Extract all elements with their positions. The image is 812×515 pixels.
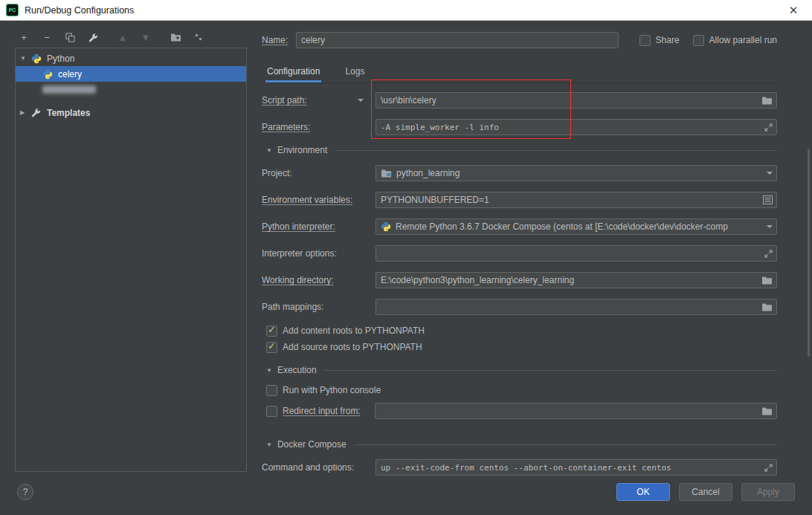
close-icon[interactable]: ✕ bbox=[781, 0, 806, 21]
section-label: Docker Compose bbox=[277, 439, 347, 450]
path-mappings-input[interactable] bbox=[376, 299, 777, 315]
name-input[interactable]: celery bbox=[296, 32, 619, 48]
run-with-console-row: Run with Python console bbox=[266, 384, 777, 396]
project-row: Project: python_learning bbox=[262, 164, 777, 182]
add-config-button[interactable]: + bbox=[18, 31, 30, 43]
parameters-input[interactable]: -A simple_worker -l info bbox=[376, 119, 777, 135]
tree-item-redacted[interactable] bbox=[16, 82, 246, 97]
folder-icon[interactable] bbox=[761, 302, 773, 312]
collapse-icon[interactable]: ▼ bbox=[266, 367, 272, 374]
remove-config-button[interactable]: − bbox=[41, 31, 53, 43]
sort-configs-icon[interactable] bbox=[193, 31, 204, 43]
name-label: Name: bbox=[262, 35, 296, 45]
redirect-input-row: Redirect input from: bbox=[266, 402, 777, 420]
divider bbox=[354, 444, 777, 445]
tree-group-python[interactable]: ▼ Python bbox=[16, 51, 246, 66]
python-interpreter-label: Python interpreter: bbox=[262, 221, 376, 232]
add-source-roots-checkbox[interactable]: ✓ bbox=[266, 342, 277, 353]
new-folder-icon[interactable] bbox=[170, 31, 181, 43]
command-options-row: Command and options: up --exit-code-from… bbox=[262, 459, 777, 476]
run-with-console-label: Run with Python console bbox=[283, 385, 381, 395]
share-checkbox[interactable] bbox=[639, 35, 651, 46]
edit-templates-wrench-icon[interactable] bbox=[87, 31, 99, 43]
interpreter-options-label: Interpreter options: bbox=[262, 248, 376, 259]
share-label: Share bbox=[656, 35, 680, 45]
section-environment[interactable]: ▼ Environment bbox=[262, 145, 777, 155]
collapse-icon[interactable]: ▼ bbox=[266, 147, 272, 154]
checkmark-icon: ✓ bbox=[268, 324, 276, 335]
config-editor: Name: celery Share Allow parallel run Co… bbox=[262, 31, 777, 485]
section-label: Environment bbox=[277, 145, 327, 155]
ok-button[interactable]: OK bbox=[616, 483, 670, 501]
redacted-label bbox=[42, 85, 96, 94]
browse-variables-icon[interactable] bbox=[763, 195, 773, 204]
wrench-icon bbox=[31, 107, 43, 119]
cancel-button[interactable]: Cancel bbox=[679, 483, 732, 501]
add-content-roots-checkbox[interactable]: ✓ bbox=[266, 325, 277, 337]
project-label: Project: bbox=[262, 168, 376, 178]
section-execution[interactable]: ▼ Execution bbox=[262, 365, 777, 375]
allow-parallel-checkbox[interactable] bbox=[693, 35, 704, 46]
chevron-right-icon[interactable]: ▶ bbox=[20, 109, 31, 116]
working-directory-label: Working directory: bbox=[262, 275, 376, 285]
redirect-input-label: Redirect input from: bbox=[283, 406, 375, 416]
configs-toolbar: + − ▲ ▼ bbox=[18, 30, 204, 45]
project-icon bbox=[381, 169, 392, 178]
python-icon bbox=[31, 53, 43, 65]
tab-logs[interactable]: Logs bbox=[344, 63, 366, 82]
path-mappings-row: Path mappings: bbox=[262, 298, 777, 316]
apply-button[interactable]: Apply bbox=[741, 483, 795, 501]
working-directory-input[interactable]: E:\code\python3\python_learning\celery_l… bbox=[376, 272, 777, 288]
working-directory-row: Working directory: E:\code\python3\pytho… bbox=[262, 271, 777, 289]
scrollbar[interactable] bbox=[808, 149, 810, 357]
copy-config-icon[interactable] bbox=[64, 31, 76, 43]
tree-item-celery[interactable]: celery bbox=[16, 66, 246, 82]
section-docker-compose[interactable]: ▼ Docker Compose bbox=[262, 439, 777, 450]
add-content-roots-row: ✓ Add content roots to PYTHONPATH bbox=[266, 325, 777, 337]
divider bbox=[335, 150, 777, 151]
titlebar: PC Run/Debug Configurations ✕ bbox=[0, 0, 812, 21]
configuration-form: Script path: \usr\bin\celery Parameters:… bbox=[262, 91, 777, 476]
project-dropdown[interactable]: python_learning bbox=[376, 165, 777, 181]
tree-group-templates[interactable]: ▶ Templates bbox=[16, 105, 246, 120]
tree-group-label: Templates bbox=[47, 108, 90, 118]
redirect-input-checkbox[interactable] bbox=[266, 406, 277, 417]
chevron-down-icon[interactable]: ▼ bbox=[20, 55, 31, 62]
tabs: Configuration Logs bbox=[265, 63, 777, 83]
expand-icon[interactable] bbox=[764, 123, 773, 132]
script-path-label: Script path: bbox=[262, 95, 376, 106]
chevron-down-icon[interactable] bbox=[767, 172, 773, 175]
script-path-row: Script path: \usr\bin\celery bbox=[262, 91, 777, 109]
chevron-down-icon[interactable] bbox=[767, 225, 773, 228]
expand-icon[interactable] bbox=[764, 250, 773, 258]
add-source-roots-row: ✓ Add source roots to PYTHONPATH bbox=[266, 341, 777, 353]
parameters-row: Parameters: -A simple_worker -l info bbox=[262, 118, 777, 136]
pycharm-icon: PC bbox=[6, 4, 19, 16]
help-button[interactable]: ? bbox=[17, 484, 33, 500]
move-up-button[interactable]: ▲ bbox=[117, 31, 129, 43]
folder-icon[interactable] bbox=[761, 407, 773, 416]
python-interpreter-dropdown[interactable]: Remote Python 3.6.7 Docker Compose (cent… bbox=[376, 218, 777, 235]
window-title: Run/Debug Configurations bbox=[25, 5, 134, 16]
collapse-icon[interactable]: ▼ bbox=[266, 441, 272, 448]
chevron-down-icon[interactable] bbox=[358, 99, 364, 102]
tree-item-label: celery bbox=[58, 69, 82, 80]
interpreter-options-input[interactable] bbox=[376, 245, 777, 262]
environment-variables-input[interactable]: PYTHONUNBUFFERED=1 bbox=[376, 192, 777, 208]
script-path-input[interactable]: \usr\bin\celery bbox=[376, 92, 777, 108]
move-down-button[interactable]: ▼ bbox=[140, 31, 152, 43]
dialog-buttons: OK Cancel Apply bbox=[616, 483, 795, 501]
folder-icon[interactable] bbox=[761, 276, 773, 285]
run-with-console-checkbox[interactable] bbox=[266, 385, 277, 396]
tab-configuration[interactable]: Configuration bbox=[265, 63, 321, 82]
checkmark-icon: ✓ bbox=[268, 340, 276, 352]
folder-icon[interactable] bbox=[761, 96, 773, 106]
section-label: Execution bbox=[277, 365, 317, 375]
parameters-label: Parameters: bbox=[262, 122, 376, 132]
environment-variables-row: Environment variables: PYTHONUNBUFFERED=… bbox=[262, 191, 777, 209]
command-options-input[interactable]: up --exit-code-from centos --abort-on-co… bbox=[376, 459, 777, 476]
expand-icon[interactable] bbox=[764, 464, 773, 472]
redirect-input-input[interactable] bbox=[375, 403, 777, 419]
command-options-label: Command and options: bbox=[262, 462, 376, 473]
divider bbox=[324, 370, 777, 371]
